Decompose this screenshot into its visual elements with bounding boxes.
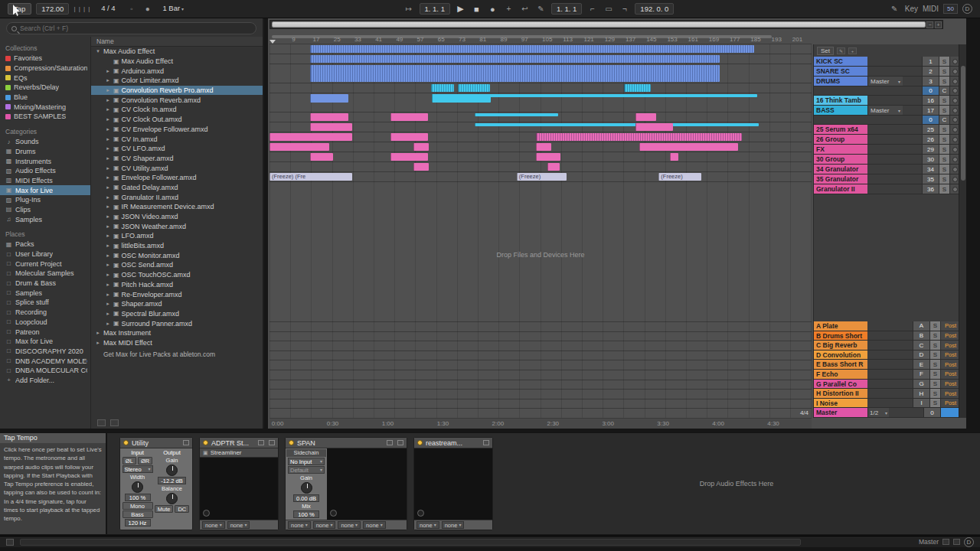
browser-file-cv-in-amxd[interactable]: ▸▣CV In.amxd (91, 134, 263, 144)
expander-icon[interactable]: ▸ (105, 174, 111, 181)
master-volume-field[interactable]: 0 (923, 408, 940, 417)
sends-select[interactable]: 1/2▾ (867, 408, 889, 417)
return-header-c-big-reverb[interactable]: C Big ReverbCSPost (814, 341, 960, 350)
expander-icon[interactable]: ▸ (105, 145, 111, 152)
device-title-bar[interactable]: SPAN (286, 438, 407, 448)
track-lane-kick-sc[interactable] (270, 44, 812, 54)
browser-file-littlebits-amxd[interactable]: ▸▣littleBits.amxd (91, 241, 263, 251)
browser-file-convolution-reverb-amxd[interactable]: ▸▣Convolution Reverb.amxd (91, 95, 263, 105)
clip[interactable] (310, 123, 352, 131)
browser-file-ir-measurement-device-amxd[interactable]: ▸▣IR Measurement Device.amxd (91, 202, 263, 212)
track-name[interactable]: 26 Group (814, 135, 867, 144)
return-lane-i-noise[interactable] (270, 399, 812, 409)
volume-field[interactable]: 0 (922, 116, 939, 124)
expander-icon[interactable]: ▸ (105, 155, 111, 161)
browser-file-pitch-hack-amxd[interactable]: ▸▣Pitch Hack.amxd (91, 280, 263, 290)
loop-button[interactable]: ▭ (603, 3, 614, 15)
overdub-button[interactable]: + (503, 3, 514, 15)
expander-icon[interactable]: ▸ (105, 77, 111, 83)
master-header[interactable]: Master1/2▾0 (814, 408, 960, 418)
clip[interactable] (310, 113, 348, 121)
cue-cell[interactable] (940, 408, 960, 417)
plugin-window-icon[interactable]: ▣ (203, 450, 208, 456)
post-toggle[interactable]: Post (940, 399, 960, 408)
plugin-knob-icon[interactable] (417, 510, 424, 517)
unfold-plugin-icon[interactable] (483, 440, 489, 445)
clip[interactable] (547, 163, 560, 171)
track-lane-drums[interactable] (270, 64, 812, 83)
track-header-34-granulator[interactable]: 34 Granulator34S (814, 165, 960, 174)
expander-icon[interactable]: ▸ (105, 223, 111, 230)
width-knob[interactable] (132, 481, 143, 493)
browser-file-cv-envelope-follower-amxd[interactable]: ▸▣CV Envelope Follower.amxd (91, 125, 263, 135)
phase-right-button[interactable]: ØR (138, 457, 152, 465)
sidebar-item-user-library[interactable]: □User Library (0, 249, 90, 259)
post-toggle[interactable]: Post (940, 321, 960, 331)
browser-file-max-audio-effect[interactable]: ▣Max Audio Effect (91, 57, 263, 67)
browser-file-cv-clock-in-amxd[interactable]: ▸▣CV Clock In.amxd (91, 105, 263, 115)
return-lane-h-distortion-ii[interactable] (270, 389, 812, 399)
time-ruler[interactable]: 0:000:301:001:302:002:303:003:304:004:30 (270, 418, 812, 429)
tempo-field[interactable]: 172.00 (36, 3, 69, 15)
track-lane-fx[interactable] (270, 132, 812, 142)
browser-file-re-enveloper-amxd[interactable]: ▸▣Re-Enveloper.amxd (91, 289, 263, 299)
return-lane-b-drums-short[interactable] (270, 331, 812, 341)
sidebar-item-mixing-mastering[interactable]: Mixing/Mastering (0, 102, 90, 112)
track-header-snare-sc[interactable]: SNARE SC2S (814, 67, 960, 77)
plugin-knob-icon[interactable] (330, 510, 337, 517)
plugin-knob-icon[interactable] (203, 510, 210, 517)
clip[interactable] (635, 113, 656, 121)
browser-file-json-video-amxd[interactable]: ▸▣JSON Video.amxd (91, 212, 263, 222)
hot-swap-icon[interactable] (269, 440, 275, 445)
arrangement-overview[interactable]: − + (270, 20, 943, 29)
midi-map-button[interactable]: MIDI (923, 3, 939, 15)
return-header-h-distortion-ii[interactable]: H Distortion IIHSPost (814, 389, 960, 399)
browser-file-cv-lfo-amxd[interactable]: ▸▣CV LFO.amxd (91, 144, 263, 154)
post-toggle[interactable]: Post (940, 389, 960, 398)
track-name[interactable]: Granulator II (814, 184, 867, 194)
sidebar-item-molecular-samples[interactable]: □Molecular Samples (0, 269, 90, 279)
master-name[interactable]: Master (814, 408, 867, 417)
sidebar-item-dnba-molecular-course[interactable]: □DNBA MOLECULAR COURSE (0, 366, 90, 376)
gain-value[interactable]: -12.2 dB (158, 477, 185, 484)
clip[interactable]: (Freeze) (658, 173, 701, 181)
clip[interactable] (475, 113, 559, 116)
expander-icon[interactable]: ▸ (105, 106, 111, 112)
output-routing-select[interactable]: Master▾ (867, 106, 903, 115)
expander-icon[interactable]: ▸ (105, 292, 111, 298)
clip[interactable] (670, 153, 678, 161)
track-name[interactable]: 35 Granulator (814, 174, 867, 184)
expander-icon[interactable]: ▸ (95, 340, 101, 346)
bass-mono-button[interactable]: Bass Mono (122, 510, 153, 518)
pan-field[interactable]: C (939, 116, 949, 124)
search-input[interactable] (20, 24, 251, 32)
solo-button[interactable]: S (939, 135, 949, 144)
expander-icon[interactable]: ▸ (105, 214, 111, 220)
return-header-b-drums-short[interactable]: B Drums ShortBSPost (814, 331, 960, 341)
plugin-panel[interactable] (327, 448, 407, 520)
track-header-fx[interactable]: FX29S (814, 145, 960, 155)
sidebar-item-packs[interactable]: ▦Packs (0, 240, 90, 249)
track-lane-snare-sc[interactable] (270, 54, 812, 64)
expander-icon[interactable]: ▸ (105, 68, 111, 74)
folder-toggle-icon[interactable] (97, 419, 106, 426)
device-power-icon[interactable] (203, 440, 208, 445)
expander-icon[interactable]: ▸ (105, 126, 111, 132)
browser-file-max-audio-effect[interactable]: ▾Max Audio Effect (91, 47, 263, 57)
draw-mode-icon[interactable]: ✎ (889, 3, 900, 15)
sidechain-gain-knob[interactable] (301, 482, 312, 494)
sidebar-item-blue[interactable]: Blue (0, 93, 90, 103)
time-signature-field[interactable]: 4 / 4 (95, 3, 121, 15)
solo-button[interactable]: S (929, 380, 940, 389)
browser-file-granulator-ii-amxd[interactable]: ▸▣Granulator II.amxd (91, 192, 263, 202)
clip[interactable] (390, 113, 429, 121)
track-header-35-granulator[interactable]: 35 Granulator35S (814, 174, 960, 184)
loop-length-field[interactable]: 192. 0. 0 (635, 3, 674, 15)
solo-button[interactable]: S (939, 155, 949, 164)
clip-canvas[interactable]: (Freeze) (Fre(Freeze)(Freeze) Drop Files… (270, 44, 812, 418)
track-lane-granulator-ii[interactable]: (Freeze) (Fre(Freeze)(Freeze) (270, 172, 812, 182)
solo-button[interactable]: S (939, 57, 949, 66)
sidebar-item-sounds[interactable]: ♪Sounds (0, 137, 90, 147)
expander-icon[interactable]: ▸ (105, 282, 111, 288)
solo-button[interactable]: S (929, 389, 940, 398)
